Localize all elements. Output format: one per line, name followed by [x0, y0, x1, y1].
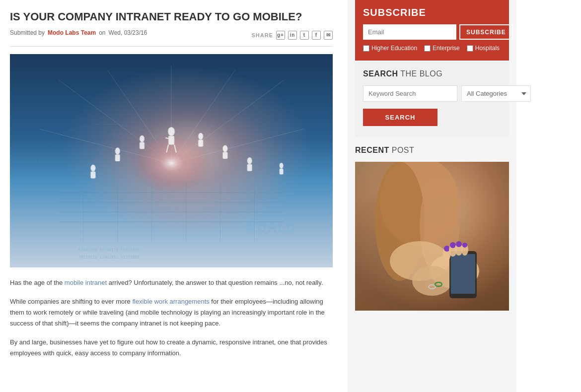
svg-rect-38 [198, 139, 203, 146]
svg-point-22 [168, 127, 175, 136]
hospitals-checkbox[interactable] [467, 45, 473, 52]
article-divider [10, 46, 333, 47]
mobile-intranet-link[interactable]: mobile intranet [65, 279, 107, 286]
share-label: SHARE [251, 32, 273, 38]
main-content: IS YOUR COMPANY INTRANET READY TO GO MOB… [0, 0, 348, 392]
subscribe-button[interactable]: SUBSCRIBE [459, 24, 513, 40]
recent-post-image[interactable] [355, 162, 509, 311]
search-box: SEARCH THE BLOG All Categories Higher Ed… [355, 61, 509, 137]
svg-point-59 [456, 241, 462, 247]
submitted-by-label: Submitted by [10, 29, 45, 36]
article-paragraph-1: Has the age of the mobile intranet arriv… [10, 277, 333, 288]
svg-rect-28 [115, 154, 120, 161]
svg-point-50 [412, 266, 452, 296]
flexible-work-link[interactable]: flexible work arrangements [132, 298, 209, 305]
svg-rect-34 [247, 164, 252, 171]
article-paragraph-3: By and large, businesses have yet to fig… [10, 337, 333, 359]
search-button[interactable]: SEARCH [363, 109, 437, 126]
linkedin-icon[interactable]: in [288, 31, 297, 40]
search-inputs: All Categories Higher Education Enterpri… [363, 85, 501, 102]
subscribe-title: SUBSCRIBE [363, 7, 501, 18]
svg-text:WORLD: WORLD [245, 221, 296, 234]
article-meta-row: Submitted by Modo Labs Team on Wed, 03/2… [10, 29, 333, 41]
svg-rect-23 [168, 135, 174, 144]
svg-rect-40 [280, 168, 284, 174]
svg-point-29 [91, 164, 96, 171]
enterprise-checkbox-label[interactable]: Enterprise [424, 45, 460, 52]
email-icon[interactable]: ✉ [324, 31, 333, 40]
svg-point-57 [450, 242, 456, 248]
svg-point-31 [222, 145, 227, 152]
higher-education-checkbox-label[interactable]: Higher Education [363, 45, 417, 52]
recent-post-title-suffix: POST [389, 146, 415, 154]
facebook-icon[interactable]: f [312, 31, 321, 40]
email-input[interactable] [363, 24, 456, 40]
subscribe-form: SUBSCRIBE [363, 24, 501, 40]
keyword-search-input[interactable] [363, 85, 457, 102]
article-hero-image: WORLD 01101001 01101111 10110100 1011011… [10, 54, 333, 267]
enterprise-checkbox[interactable] [424, 45, 431, 52]
svg-text:01101001 01101111 10110100: 01101001 01101111 10110100 [78, 248, 140, 252]
article-image-inner: WORLD 01101001 01101111 10110100 1011011… [10, 54, 333, 267]
recent-post-section: RECENT POST [355, 137, 509, 311]
twitter-icon[interactable]: t [300, 31, 309, 40]
subscribe-box: SUBSCRIBE SUBSCRIBE Higher Education Ent… [355, 0, 509, 61]
sidebar: SUBSCRIBE SUBSCRIBE Higher Education Ent… [348, 0, 516, 392]
svg-point-39 [280, 163, 284, 169]
article-body: Has the age of the mobile intranet arriv… [10, 277, 333, 359]
google-plus-icon[interactable]: g+ [276, 31, 285, 40]
svg-point-33 [247, 157, 252, 164]
article-paragraph-2: While companies are shifting to ever mor… [10, 296, 333, 329]
search-title-suffix: THE BLOG [398, 69, 443, 78]
svg-point-3 [118, 188, 176, 227]
article-date: Wed, 03/23/16 [109, 29, 147, 36]
search-title: SEARCH THE BLOG [363, 69, 501, 78]
recent-post-title-strong: RECENT [355, 146, 389, 154]
svg-point-27 [115, 147, 120, 154]
svg-point-37 [198, 132, 203, 139]
article-meta: Submitted by Modo Labs Team on Wed, 03/2… [10, 29, 147, 36]
svg-rect-53 [451, 254, 475, 294]
recent-post-title: RECENT POST [355, 146, 509, 155]
higher-education-checkbox[interactable] [363, 45, 369, 52]
svg-point-35 [140, 135, 145, 142]
category-dropdown[interactable]: All Categories Higher Education Enterpri… [461, 85, 531, 102]
date-prefix: on [99, 29, 105, 36]
svg-text:10110110 11001011 01101001: 10110110 11001011 01101001 [78, 255, 140, 260]
hospitals-checkbox-label[interactable]: Hospitals [467, 45, 500, 52]
subscribe-checkboxes: Higher Education Enterprise Hospitals [363, 45, 501, 52]
world-map-svg: WORLD 01101001 01101111 10110100 1011011… [10, 54, 333, 267]
recent-post-image-svg [355, 162, 509, 311]
svg-point-61 [462, 243, 467, 248]
svg-rect-36 [140, 142, 145, 149]
author-link[interactable]: Modo Labs Team [48, 29, 96, 36]
share-section: SHARE g+ in t f ✉ [251, 29, 333, 41]
search-title-strong: SEARCH [363, 69, 398, 78]
article-title: IS YOUR COMPANY INTRANET READY TO GO MOB… [10, 10, 333, 24]
svg-rect-30 [91, 171, 96, 178]
svg-rect-32 [222, 152, 227, 159]
